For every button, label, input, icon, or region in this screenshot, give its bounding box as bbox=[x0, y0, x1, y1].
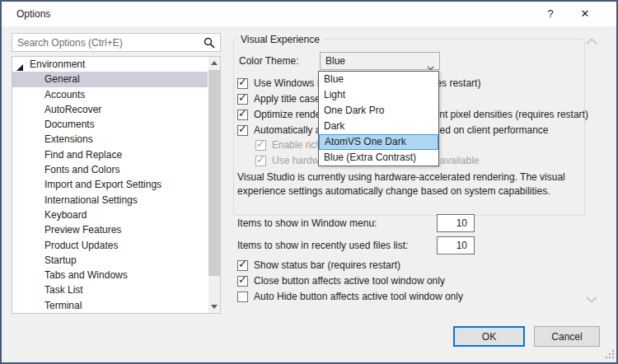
group-title: Visual Experience bbox=[237, 34, 323, 45]
tree-item-fonts-and-colors[interactable]: Fonts and Colors bbox=[12, 162, 208, 177]
options-tree: Environment General Accounts AutoRecover… bbox=[12, 56, 221, 314]
tree-item-preview-features[interactable]: Preview Features bbox=[12, 222, 208, 237]
color-theme-combobox[interactable]: Blue bbox=[320, 52, 440, 70]
panel-scroll-down-icon bbox=[585, 294, 598, 306]
tree-item-extensions[interactable]: Extensions bbox=[12, 132, 208, 147]
tree-item-tabs-and-windows[interactable]: Tabs and Windows bbox=[12, 268, 208, 282]
window-menu-items-label: Items to show in Window menu: bbox=[237, 214, 377, 232]
dropdown-option-light[interactable]: Light bbox=[319, 87, 438, 103]
checkmark-icon: ✓ bbox=[238, 123, 247, 135]
help-button[interactable]: ? bbox=[537, 2, 564, 26]
cancel-button[interactable]: Cancel bbox=[534, 326, 600, 347]
tree-item-task-list[interactable]: Task List bbox=[12, 282, 208, 297]
checkbox-box: ✓ bbox=[237, 110, 248, 120]
search-input[interactable] bbox=[12, 33, 221, 52]
combobox-value: Blue bbox=[325, 55, 345, 67]
tree-item-keyboard[interactable]: Keyboard bbox=[12, 208, 208, 222]
search-icon bbox=[204, 37, 215, 51]
tree-item-import-export-settings[interactable]: Import and Export Settings bbox=[12, 177, 208, 192]
checkmark-icon: ✓ bbox=[256, 153, 265, 166]
window-title: Options bbox=[16, 2, 50, 26]
checkbox-box: ✓ bbox=[237, 125, 248, 136]
checkmark-icon: ✓ bbox=[238, 258, 247, 270]
window-menu-items-input[interactable] bbox=[437, 214, 475, 232]
color-theme-label: Color Theme: bbox=[239, 52, 298, 70]
scroll-up-arrow-icon[interactable] bbox=[208, 57, 220, 69]
close-button[interactable]: ✕ bbox=[572, 2, 598, 26]
checkbox-box: ✓ bbox=[255, 156, 266, 166]
checkmark-icon: ✓ bbox=[238, 91, 247, 104]
tree-item-international-settings[interactable]: International Settings bbox=[12, 193, 208, 208]
dropdown-option-one-dark-pro[interactable]: One Dark Pro bbox=[319, 103, 438, 119]
tree-item-label: Environment bbox=[30, 58, 85, 70]
checkmark-icon: ✓ bbox=[256, 138, 265, 150]
scrollbar-thumb[interactable] bbox=[208, 70, 220, 276]
checkmark-icon: ✓ bbox=[238, 76, 247, 88]
tree-scrollbar[interactable] bbox=[208, 57, 220, 313]
tree-item-accounts[interactable]: Accounts bbox=[12, 87, 208, 102]
color-theme-dropdown-list: Blue Light One Dark Pro Dark AtomVS One … bbox=[318, 71, 439, 166]
checkbox-box: ✓ bbox=[237, 78, 248, 89]
checkmark-icon: ✓ bbox=[238, 273, 247, 286]
ok-button[interactable]: OK bbox=[453, 326, 525, 347]
recent-files-items-input[interactable] bbox=[437, 236, 475, 254]
tree-item-startup[interactable]: Startup bbox=[12, 253, 208, 268]
checkbox-box: ✓ bbox=[237, 260, 248, 271]
dropdown-option-atomvs-one-dark[interactable]: AtomVS One Dark bbox=[319, 134, 438, 150]
tree-item-environment[interactable]: Environment bbox=[12, 57, 208, 72]
tree-item-terminal[interactable]: Terminal bbox=[12, 298, 208, 313]
checkbox-box bbox=[237, 292, 248, 302]
dropdown-option-dark[interactable]: Dark bbox=[319, 119, 438, 134]
rendering-description: Visual Studio is currently using hardwar… bbox=[237, 170, 582, 198]
checkbox-show-status-bar[interactable]: ✓ Show status bar (requires restart) bbox=[237, 259, 400, 272]
dropdown-option-blue-extra-contrast[interactable]: Blue (Extra Contrast) bbox=[319, 150, 438, 166]
tree-item-autorecover[interactable]: AutoRecover bbox=[12, 102, 208, 117]
panel-scroll-up-icon bbox=[585, 35, 598, 47]
tree-item-general[interactable]: General bbox=[12, 72, 208, 86]
options-dialog: Options ? ✕ Environment General Accounts… bbox=[0, 0, 618, 364]
checkbox-box: ✓ bbox=[255, 140, 266, 151]
dropdown-option-blue[interactable]: Blue bbox=[319, 72, 438, 87]
title-bar: Options ? ✕ bbox=[2, 2, 616, 26]
checkmark-icon: ✓ bbox=[238, 107, 247, 119]
recent-files-items-label: Items to show in recently used files lis… bbox=[237, 236, 408, 254]
tree-item-find-and-replace[interactable]: Find and Replace bbox=[12, 147, 208, 162]
checkbox-box: ✓ bbox=[237, 94, 248, 105]
checkbox-close-button-active-only[interactable]: ✓ Close button affects active tool windo… bbox=[237, 274, 445, 287]
tree-item-documents[interactable]: Documents bbox=[12, 117, 208, 132]
checkbox-box: ✓ bbox=[237, 276, 248, 287]
resize-grip[interactable] bbox=[606, 350, 615, 359]
tree-item-product-updates[interactable]: Product Updates bbox=[12, 238, 208, 253]
checkbox-autohide-button-active-only[interactable]: Auto Hide button affects active tool win… bbox=[237, 290, 463, 303]
scroll-down-arrow-icon[interactable] bbox=[208, 301, 220, 313]
